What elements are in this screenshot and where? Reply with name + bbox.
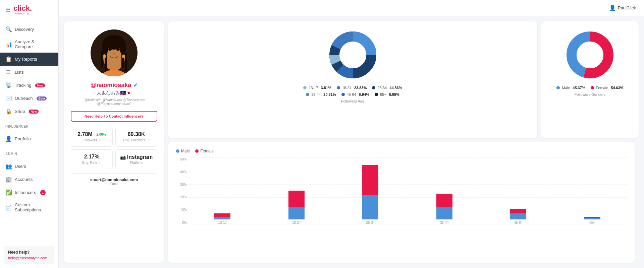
bar-male [214,217,230,219]
age-chart-title: Followers Age [341,99,364,103]
admin-section-label: ADMIN [0,148,58,157]
followers-label: Followers ⓘ [75,138,108,142]
new-badge-shop: New [29,110,39,114]
sidebar-item-lists[interactable]: ☰ Lists [0,66,58,79]
grid-line [188,157,627,158]
bar-legend-male: Male [176,149,190,153]
svg-point-24 [577,42,603,68]
bar-stack [584,217,600,219]
legend-item-2534: 25-34 44.86% [372,86,402,90]
profile-card: @naomiosaka ✔ 大坂なおみ🇭🇹🇯🇵 "@Kinloskin @Han… [64,21,164,263]
bar-male [362,195,378,219]
svg-point-10 [108,49,112,51]
influencer-section-label: INFLUENCER [0,121,58,130]
bar-x-label: 25-34 [366,221,375,224]
sidebar-item-influencers[interactable]: ✅ Influencers 1 [0,186,58,199]
bar-x-label: 35-44 [440,221,449,224]
sidebar-item-label: Users [15,164,26,169]
bar-female [436,194,452,207]
sidebar-item-label: My Reports [15,57,37,62]
y-label-50: 50% [180,157,187,161]
followers-value: 2.78M ↑ 2.06% [75,131,108,137]
avatar [91,29,138,76]
sidebar-item-analyze[interactable]: 📊 Analyze & Compare [0,36,58,53]
users-icon: 👥 [5,163,11,170]
sidebar-item-outreach[interactable]: ✉️ Outreach Beta [0,92,58,105]
legend-item-4564: 45-64 6.94% [341,92,369,96]
bar-x-label: 45-64 [514,221,523,224]
female-dot [195,149,199,153]
y-label-30: 30% [180,183,187,187]
email-box: stuart@naomiosaka.com Email [71,173,157,190]
eng-rate-value: 2.17% [75,154,108,160]
svg-rect-6 [101,51,103,68]
bar-group-1824: 18-24 [262,164,331,224]
bar-chart-legend: Male Female [176,149,627,153]
gender-chart-card: Male 45.37% Female 54.63% Followers Gend… [541,21,639,138]
beta-badge: Beta [37,96,47,100]
logo-text: click. [13,4,32,12]
sidebar-item-tracking[interactable]: 📡 Tracking New [0,79,58,92]
logo-sub: ANALYTIC [13,12,32,15]
legend-item-1824: 18-24 23.83% [337,86,367,90]
sidebar-item-accounts[interactable]: 🏢 Accounts [0,173,58,186]
svg-point-21 [339,42,366,68]
bar-stack [288,191,305,219]
email-label: Email [75,182,153,186]
bar-group-3544: 35-44 [410,164,479,224]
sidebar-item-custom-subs[interactable]: 📄 Custom Subscriptions [0,199,58,216]
custom-subs-icon: 📄 [5,204,11,211]
outreach-icon: ✉️ [5,95,11,102]
eng-rate-label: Eng. Rate ⓘ [75,160,108,165]
followers-growth: ↑ 2.06% [94,133,106,136]
discovery-icon: 🔍 [5,26,11,32]
platform-label: Platform [130,161,143,164]
gender-chart-title: Followers Genders [575,92,605,96]
sidebar-item-users[interactable]: 👥 Users [0,160,58,173]
bar-x-label: 13-17 [218,221,227,224]
hamburger-icon[interactable]: ☰ [5,6,11,14]
profile-aliases: "@Kinloskin @Hanakuma @Thisisevolve @Pla… [71,98,157,106]
main-nav: 🔍 Discovery 📊 Analyze & Compare 📋 My Rep… [0,20,58,121]
sidebar-item-label: Analyze & Compare [15,39,53,49]
stats-grid: 2.78M ↑ 2.06% Followers ⓘ 60.38K Eng. Fo… [71,127,157,169]
sidebar-item-shop[interactable]: 🔒 Shop New [0,105,58,118]
lists-icon: ☰ [5,69,11,75]
influencers-count-badge: 1 [40,190,46,195]
bar-group-4564: 45-64 [484,164,553,224]
y-axis: 50% 40% 30% 20% 10% 0% [176,157,187,224]
bar-male [584,218,600,219]
sidebar-item-my-reports[interactable]: 📋 My Reports [0,53,58,66]
y-label-20: 20% [180,195,187,199]
top-bar: 👤 PaulClick [59,0,644,16]
help-email[interactable]: hello@clickanalytic.com [8,256,50,260]
profile-name-jp: 大坂なおみ🇭🇹🇯🇵 [97,90,131,96]
avatar-image [91,29,138,76]
user-icon: 👤 [609,5,616,11]
legend-item-65plus: 65+ 0.05% [375,92,399,96]
sidebar-item-portfolio[interactable]: 👤 Portfolio [0,132,58,145]
shop-icon: 🔒 [5,108,11,115]
legend-male: Male 45.37% [556,86,585,90]
gender-legend: Male 45.37% Female 54.63% [548,86,632,90]
sidebar-item-label: Custom Subscriptions [15,202,53,212]
bar-stack [510,209,526,219]
contact-button[interactable]: Need Help To Contact Influencer? [71,111,157,122]
sidebar-item-label: Accounts [15,177,33,182]
stat-platform: 📷 Instagram Platform [115,149,157,169]
new-badge: New [35,83,45,87]
email-value: stuart@naomiosaka.com [75,178,153,182]
bar-group-2534: 25-34 [336,164,405,224]
gender-donut-chart [563,28,617,82]
sidebar-item-label: Influencers [15,190,36,195]
logo: click. ANALYTIC [13,5,32,15]
bar-legend-female: Female [195,149,214,153]
sidebar-item-label: Tracking [15,83,31,88]
stat-eng-rate: 2.17% Eng. Rate ⓘ [71,149,113,169]
legend-item-3544: 35-44 20.51% [306,92,336,96]
bar-x-label: 18-24 [292,221,301,224]
svg-rect-8 [121,51,124,68]
portfolio-icon: 👤 [5,136,11,142]
sidebar-item-discovery[interactable]: 🔍 Discovery [0,23,58,36]
svg-point-12 [113,53,115,55]
